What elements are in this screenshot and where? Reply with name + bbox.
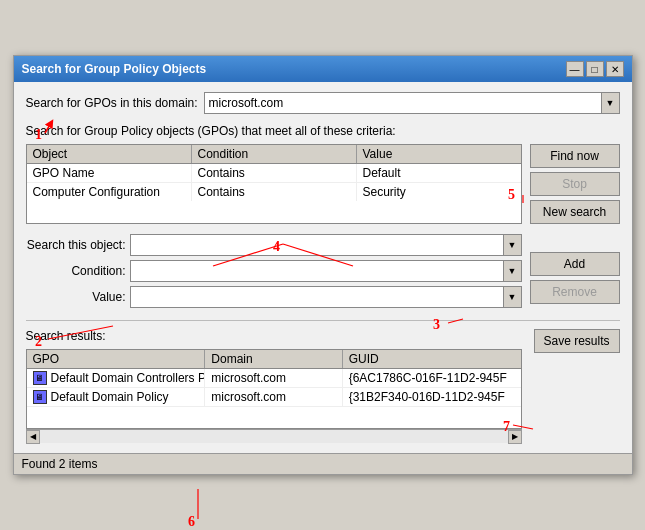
status-bar: Found 2 items — [14, 453, 632, 474]
close-button[interactable]: ✕ — [606, 61, 624, 77]
minimize-button[interactable]: — — [566, 61, 584, 77]
result-cell-domain-1: microsoft.com — [205, 388, 342, 406]
col-condition: Condition — [192, 145, 357, 163]
col-object: Object — [27, 145, 192, 163]
search-object-combo: ▼ — [130, 234, 522, 256]
value-row: Value: ▼ — [26, 286, 522, 308]
gpo-icon-1: 🖥 — [33, 390, 47, 404]
add-button[interactable]: Add — [530, 252, 620, 276]
right-panel: Find now Stop New search Add Remove — [530, 144, 620, 312]
condition-combo: ▼ — [130, 260, 522, 282]
domain-dropdown-arrow[interactable]: ▼ — [602, 92, 620, 114]
criteria-row-1[interactable]: Computer Configuration Contains Security — [27, 183, 521, 201]
condition-label: Condition: — [26, 264, 126, 278]
svg-text:6: 6 — [188, 514, 195, 529]
criteria-cell-object-1: Computer Configuration — [27, 183, 192, 201]
criteria-cell-condition-0: Contains — [192, 164, 357, 182]
search-object-label: Search this object: — [26, 238, 126, 252]
search-object-input[interactable] — [130, 234, 504, 256]
criteria-label: Search for Group Policy objects (GPOs) t… — [26, 124, 620, 138]
result-row-1[interactable]: 🖥 Default Domain Policy microsoft.com {3… — [27, 388, 521, 407]
title-bar-buttons: — □ ✕ — [566, 61, 624, 77]
gpo-icon-0: 🖥 — [33, 371, 47, 385]
status-text: Found 2 items — [22, 457, 98, 471]
divider — [26, 320, 620, 321]
condition-input[interactable] — [130, 260, 504, 282]
criteria-cell-condition-1: Contains — [192, 183, 357, 201]
results-section: Search results: GPO Domain GUID 🖥 Defaul… — [26, 329, 620, 443]
results-right: Save results — [530, 329, 620, 443]
window-title: Search for Group Policy Objects — [22, 62, 207, 76]
left-panel: Object Condition Value GPO Name Contains… — [26, 144, 522, 312]
result-cell-gpo-1: 🖥 Default Domain Policy — [27, 388, 206, 406]
result-cell-gpo-0: 🖥 Default Domain Controllers Policy — [27, 369, 206, 387]
title-bar: Search for Group Policy Objects — □ ✕ — [14, 56, 632, 82]
criteria-cell-object-0: GPO Name — [27, 164, 192, 182]
scroll-right-button[interactable]: ▶ — [508, 430, 522, 444]
result-row-0[interactable]: 🖥 Default Domain Controllers Policy micr… — [27, 369, 521, 388]
condition-arrow[interactable]: ▼ — [504, 260, 522, 282]
remove-button[interactable]: Remove — [530, 280, 620, 304]
criteria-cell-value-0: Default — [357, 164, 521, 182]
results-left: Search results: GPO Domain GUID 🖥 Defaul… — [26, 329, 522, 443]
save-results-button[interactable]: Save results — [534, 329, 620, 353]
scroll-left-button[interactable]: ◀ — [26, 430, 40, 444]
domain-input[interactable] — [204, 92, 602, 114]
search-object-row: Search this object: ▼ — [26, 234, 522, 256]
results-table-header: GPO Domain GUID — [27, 350, 521, 369]
result-col-domain: Domain — [205, 350, 342, 368]
results-label: Search results: — [26, 329, 522, 343]
value-input[interactable] — [130, 286, 504, 308]
search-object-arrow[interactable]: ▼ — [504, 234, 522, 256]
criteria-table: Object Condition Value GPO Name Contains… — [26, 144, 522, 224]
stop-button[interactable]: Stop — [530, 172, 620, 196]
window-body: Search for GPOs in this domain: ▼ Search… — [14, 82, 632, 453]
col-value: Value — [357, 145, 521, 163]
criteria-row-0[interactable]: GPO Name Contains Default — [27, 164, 521, 183]
main-window: Search for Group Policy Objects — □ ✕ Se… — [13, 55, 633, 475]
result-cell-domain-0: microsoft.com — [205, 369, 342, 387]
value-label: Value: — [26, 290, 126, 304]
new-search-button[interactable]: New search — [530, 200, 620, 224]
main-area: Object Condition Value GPO Name Contains… — [26, 144, 620, 312]
result-col-gpo: GPO — [27, 350, 206, 368]
criteria-cell-value-1: Security — [357, 183, 521, 201]
value-combo: ▼ — [130, 286, 522, 308]
value-arrow[interactable]: ▼ — [504, 286, 522, 308]
maximize-button[interactable]: □ — [586, 61, 604, 77]
result-col-guid: GUID — [343, 350, 521, 368]
find-now-button[interactable]: Find now — [530, 144, 620, 168]
domain-label: Search for GPOs in this domain: — [26, 96, 198, 110]
condition-row: Condition: ▼ — [26, 260, 522, 282]
horizontal-scrollbar[interactable]: ◀ ▶ — [26, 429, 522, 443]
criteria-table-header: Object Condition Value — [27, 145, 521, 164]
scroll-track[interactable] — [40, 430, 508, 443]
domain-combo: ▼ — [204, 92, 620, 114]
domain-row: Search for GPOs in this domain: ▼ — [26, 92, 620, 114]
results-table: GPO Domain GUID 🖥 Default Domain Control… — [26, 349, 522, 429]
result-cell-guid-0: {6AC1786C-016F-11D2-945F — [343, 369, 521, 387]
result-cell-guid-1: {31B2F340-016D-11D2-945F — [343, 388, 521, 406]
